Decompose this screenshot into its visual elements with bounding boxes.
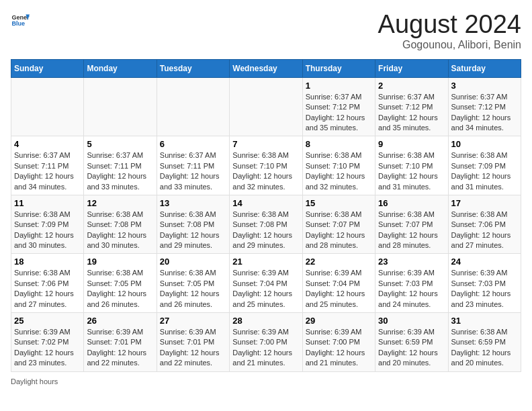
day-info: Sunrise: 6:37 AM Sunset: 7:12 PM Dayligh… bbox=[451, 92, 518, 134]
calendar-cell: 24Sunrise: 6:39 AM Sunset: 7:03 PM Dayli… bbox=[448, 254, 521, 313]
day-number: 7 bbox=[232, 139, 299, 149]
day-info: Sunrise: 6:38 AM Sunset: 7:10 PM Dayligh… bbox=[306, 150, 372, 192]
calendar-cell: 14Sunrise: 6:38 AM Sunset: 7:08 PM Dayli… bbox=[230, 195, 302, 254]
calendar-table: SundayMondayTuesdayWednesdayThursdayFrid… bbox=[11, 59, 521, 372]
day-number: 10 bbox=[451, 139, 518, 149]
calendar-cell: 28Sunrise: 6:39 AM Sunset: 7:00 PM Dayli… bbox=[230, 313, 302, 372]
day-info: Sunrise: 6:38 AM Sunset: 7:07 PM Dayligh… bbox=[378, 210, 445, 251]
day-info: Sunrise: 6:38 AM Sunset: 7:05 PM Dayligh… bbox=[87, 268, 153, 310]
calendar-cell: 16Sunrise: 6:38 AM Sunset: 7:07 PM Dayli… bbox=[375, 195, 448, 254]
day-info: Sunrise: 6:37 AM Sunset: 7:11 PM Dayligh… bbox=[87, 150, 153, 192]
logo: General Blue bbox=[11, 11, 30, 30]
subtitle: Gogounou, Alibori, Benin bbox=[378, 39, 521, 51]
calendar-cell: 4Sunrise: 6:37 AM Sunset: 7:11 PM Daylig… bbox=[11, 136, 84, 195]
calendar-cell: 22Sunrise: 6:39 AM Sunset: 7:04 PM Dayli… bbox=[302, 254, 375, 313]
day-number: 29 bbox=[306, 316, 372, 326]
day-number: 17 bbox=[451, 198, 518, 208]
day-info: Sunrise: 6:39 AM Sunset: 7:02 PM Dayligh… bbox=[14, 327, 81, 369]
day-number: 30 bbox=[378, 316, 445, 326]
day-number: 12 bbox=[87, 198, 153, 208]
day-header-sunday: Sunday bbox=[11, 59, 84, 77]
day-info: Sunrise: 6:38 AM Sunset: 7:06 PM Dayligh… bbox=[451, 210, 518, 251]
calendar-cell: 20Sunrise: 6:38 AM Sunset: 7:05 PM Dayli… bbox=[157, 254, 229, 313]
calendar-cell: 30Sunrise: 6:39 AM Sunset: 6:59 PM Dayli… bbox=[375, 313, 448, 372]
calendar-cell: 9Sunrise: 6:38 AM Sunset: 7:10 PM Daylig… bbox=[375, 136, 448, 195]
day-header-wednesday: Wednesday bbox=[230, 59, 302, 77]
day-number: 5 bbox=[87, 139, 153, 149]
day-number: 25 bbox=[14, 316, 81, 326]
calendar-cell: 23Sunrise: 6:39 AM Sunset: 7:03 PM Dayli… bbox=[375, 254, 448, 313]
week-row-4: 18Sunrise: 6:38 AM Sunset: 7:06 PM Dayli… bbox=[11, 254, 521, 313]
calendar-cell: 25Sunrise: 6:39 AM Sunset: 7:02 PM Dayli… bbox=[11, 313, 84, 372]
calendar-cell: 1Sunrise: 6:37 AM Sunset: 7:12 PM Daylig… bbox=[302, 77, 375, 136]
day-info: Sunrise: 6:39 AM Sunset: 7:01 PM Dayligh… bbox=[87, 327, 153, 369]
day-info: Sunrise: 6:38 AM Sunset: 7:09 PM Dayligh… bbox=[14, 210, 81, 251]
day-number: 24 bbox=[451, 257, 518, 267]
main-title: August 2024 bbox=[378, 11, 521, 39]
calendar-cell bbox=[157, 77, 229, 136]
day-info: Sunrise: 6:38 AM Sunset: 7:08 PM Dayligh… bbox=[232, 210, 299, 251]
calendar-cell: 8Sunrise: 6:38 AM Sunset: 7:10 PM Daylig… bbox=[302, 136, 375, 195]
calendar-cell: 11Sunrise: 6:38 AM Sunset: 7:09 PM Dayli… bbox=[11, 195, 84, 254]
week-row-2: 4Sunrise: 6:37 AM Sunset: 7:11 PM Daylig… bbox=[11, 136, 521, 195]
calendar-cell: 7Sunrise: 6:38 AM Sunset: 7:10 PM Daylig… bbox=[230, 136, 302, 195]
title-block: August 2024 Gogounou, Alibori, Benin bbox=[378, 11, 521, 51]
day-number: 27 bbox=[160, 316, 226, 326]
day-info: Sunrise: 6:39 AM Sunset: 7:03 PM Dayligh… bbox=[451, 268, 518, 310]
day-header-thursday: Thursday bbox=[302, 59, 375, 77]
day-number: 23 bbox=[378, 257, 445, 267]
day-number: 1 bbox=[306, 81, 372, 91]
day-number: 19 bbox=[87, 257, 153, 267]
day-info: Sunrise: 6:38 AM Sunset: 6:59 PM Dayligh… bbox=[451, 327, 518, 369]
calendar-cell bbox=[230, 77, 302, 136]
day-number: 14 bbox=[232, 198, 299, 208]
day-info: Sunrise: 6:38 AM Sunset: 7:07 PM Dayligh… bbox=[306, 210, 372, 251]
day-info: Sunrise: 6:39 AM Sunset: 7:04 PM Dayligh… bbox=[232, 268, 299, 310]
week-row-1: 1Sunrise: 6:37 AM Sunset: 7:12 PM Daylig… bbox=[11, 77, 521, 136]
day-info: Sunrise: 6:38 AM Sunset: 7:10 PM Dayligh… bbox=[232, 150, 299, 192]
calendar-cell: 6Sunrise: 6:37 AM Sunset: 7:11 PM Daylig… bbox=[157, 136, 229, 195]
day-number: 31 bbox=[451, 316, 518, 326]
svg-text:Blue: Blue bbox=[11, 20, 25, 27]
day-number: 20 bbox=[160, 257, 226, 267]
day-info: Sunrise: 6:38 AM Sunset: 7:09 PM Dayligh… bbox=[451, 150, 518, 192]
calendar-cell: 27Sunrise: 6:39 AM Sunset: 7:01 PM Dayli… bbox=[157, 313, 229, 372]
calendar-cell: 5Sunrise: 6:37 AM Sunset: 7:11 PM Daylig… bbox=[84, 136, 157, 195]
day-info: Sunrise: 6:37 AM Sunset: 7:12 PM Dayligh… bbox=[378, 92, 445, 134]
day-number: 3 bbox=[451, 81, 518, 91]
calendar-cell: 26Sunrise: 6:39 AM Sunset: 7:01 PM Dayli… bbox=[84, 313, 157, 372]
day-header-friday: Friday bbox=[375, 59, 448, 77]
day-number: 8 bbox=[306, 139, 372, 149]
calendar-cell: 17Sunrise: 6:38 AM Sunset: 7:06 PM Dayli… bbox=[448, 195, 521, 254]
day-number: 15 bbox=[306, 198, 372, 208]
calendar-cell: 31Sunrise: 6:38 AM Sunset: 6:59 PM Dayli… bbox=[448, 313, 521, 372]
day-info: Sunrise: 6:37 AM Sunset: 7:11 PM Dayligh… bbox=[160, 150, 226, 192]
day-number: 6 bbox=[160, 139, 226, 149]
logo-icon: General Blue bbox=[11, 11, 30, 30]
day-info: Sunrise: 6:38 AM Sunset: 7:05 PM Dayligh… bbox=[160, 268, 226, 310]
day-number: 2 bbox=[378, 81, 445, 91]
day-number: 16 bbox=[378, 198, 445, 208]
week-row-5: 25Sunrise: 6:39 AM Sunset: 7:02 PM Dayli… bbox=[11, 313, 521, 372]
day-header-monday: Monday bbox=[84, 59, 157, 77]
day-info: Sunrise: 6:39 AM Sunset: 7:00 PM Dayligh… bbox=[306, 327, 372, 369]
daylight-label: Daylight hours bbox=[11, 377, 58, 385]
calendar-cell: 15Sunrise: 6:38 AM Sunset: 7:07 PM Dayli… bbox=[302, 195, 375, 254]
day-number: 22 bbox=[306, 257, 372, 267]
day-number: 28 bbox=[232, 316, 299, 326]
calendar-cell: 2Sunrise: 6:37 AM Sunset: 7:12 PM Daylig… bbox=[375, 77, 448, 136]
calendar-cell bbox=[11, 77, 84, 136]
calendar-cell: 29Sunrise: 6:39 AM Sunset: 7:00 PM Dayli… bbox=[302, 313, 375, 372]
day-info: Sunrise: 6:38 AM Sunset: 7:10 PM Dayligh… bbox=[378, 150, 445, 192]
day-number: 9 bbox=[378, 139, 445, 149]
day-info: Sunrise: 6:39 AM Sunset: 7:00 PM Dayligh… bbox=[232, 327, 299, 369]
day-info: Sunrise: 6:38 AM Sunset: 7:08 PM Dayligh… bbox=[160, 210, 226, 251]
day-info: Sunrise: 6:39 AM Sunset: 6:59 PM Dayligh… bbox=[378, 327, 445, 369]
day-number: 4 bbox=[14, 139, 81, 149]
day-number: 26 bbox=[87, 316, 153, 326]
page-header: General Blue August 2024 Gogounou, Alibo… bbox=[11, 11, 521, 51]
day-number: 21 bbox=[232, 257, 299, 267]
day-number: 13 bbox=[160, 198, 226, 208]
day-info: Sunrise: 6:39 AM Sunset: 7:01 PM Dayligh… bbox=[160, 327, 226, 369]
day-info: Sunrise: 6:37 AM Sunset: 7:12 PM Dayligh… bbox=[306, 92, 372, 134]
